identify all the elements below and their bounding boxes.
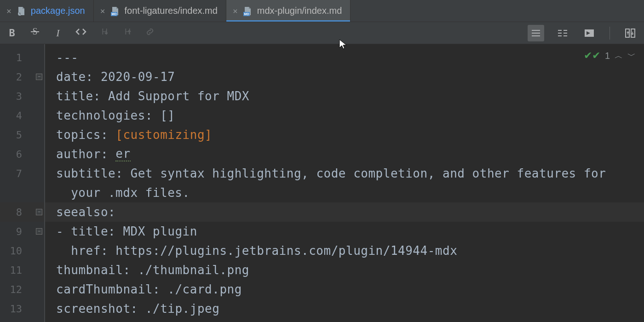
- markdown-file-icon: MD: [242, 6, 253, 16]
- svg-rect-20: [626, 29, 629, 37]
- italic-button[interactable]: I: [52, 27, 64, 39]
- code-line[interactable]: href: https://plugins.jetbrains.com/plug…: [45, 241, 644, 260]
- line-number[interactable]: 4: [0, 106, 44, 125]
- pane-layout-button[interactable]: [622, 25, 638, 41]
- tab-mdx-plugin[interactable]: × MD mdx-plugin/index.md: [226, 0, 351, 22]
- tab-label: mdx-plugin/index.md: [257, 6, 342, 16]
- editor-tabs-bar: × package.json × MD font-ligatures/index…: [0, 0, 644, 22]
- line-gutter: 1 2− 3 4 5 6 7 8− 9− 10 11 12 13: [0, 44, 45, 322]
- code-line[interactable]: author: er: [45, 144, 644, 164]
- line-number[interactable]: 7: [0, 164, 44, 183]
- code-line[interactable]: topics: [customizing]: [45, 125, 644, 144]
- code-line[interactable]: subtitle: Get syntax highlighting, code …: [45, 164, 644, 183]
- line-number[interactable]: 6: [0, 144, 44, 164]
- line-number[interactable]: 1: [0, 48, 44, 67]
- markdown-toolbar: B S I H H: [0, 22, 644, 44]
- checkmark-icon: ✔✔: [584, 50, 600, 62]
- inspection-widget[interactable]: ✔✔ 1 ︿ ﹀: [584, 50, 636, 62]
- line-number[interactable]: [0, 183, 44, 202]
- close-icon[interactable]: ×: [100, 7, 105, 15]
- tab-package-json[interactable]: × package.json: [0, 0, 94, 22]
- code-line[interactable]: screenshot: ./tip.jpeg: [45, 299, 644, 318]
- code-line[interactable]: your .mdx files.: [45, 183, 644, 202]
- svg-text:H: H: [125, 27, 131, 36]
- line-number[interactable]: 3: [0, 86, 44, 106]
- chevron-up-icon[interactable]: ︿: [615, 50, 623, 61]
- fold-marker-icon[interactable]: −: [36, 228, 42, 235]
- line-number[interactable]: 13: [0, 299, 44, 318]
- code-line[interactable]: thumbnail: ./thumbnail.png: [45, 260, 644, 280]
- line-number[interactable]: 11: [0, 260, 44, 280]
- tab-label: font-ligatures/index.md: [125, 6, 218, 16]
- line-number[interactable]: 5: [0, 125, 44, 144]
- json-file-icon: [16, 6, 26, 16]
- markdown-file-icon: MD: [110, 6, 120, 16]
- code-line[interactable]: technologies: []: [45, 106, 644, 125]
- svg-rect-21: [631, 29, 635, 37]
- strikethrough-button[interactable]: S: [29, 27, 41, 39]
- code-line[interactable]: seealso:: [45, 202, 644, 222]
- line-number[interactable]: 10: [0, 241, 44, 260]
- code-line[interactable]: date: 2020-09-17: [45, 67, 644, 86]
- code-line[interactable]: title: Add Support for MDX: [45, 86, 644, 106]
- preview-view-button[interactable]: [581, 25, 598, 41]
- tab-font-ligatures[interactable]: × MD font-ligatures/index.md: [94, 0, 226, 22]
- header-up-button[interactable]: H: [121, 27, 133, 39]
- svg-text:MD: MD: [111, 12, 116, 16]
- editor-body: 1 2− 3 4 5 6 7 8− 9− 10 11 12 13 ✔✔ 1 ︿ …: [0, 44, 644, 322]
- tab-label: package.json: [31, 6, 85, 16]
- toolbar-divider: [610, 27, 610, 40]
- fold-marker-icon[interactable]: −: [36, 209, 42, 215]
- inspection-count: 1: [605, 51, 610, 61]
- code-line[interactable]: - title: MDX plugin: [45, 222, 644, 241]
- header-down-button[interactable]: H: [98, 27, 110, 39]
- close-icon[interactable]: ×: [6, 7, 12, 15]
- line-number[interactable]: 12: [0, 280, 44, 299]
- line-number[interactable]: 9−: [0, 222, 44, 241]
- svg-text:H: H: [102, 27, 108, 36]
- code-button[interactable]: [75, 27, 87, 39]
- editor-only-view-button[interactable]: [528, 25, 544, 41]
- code-line[interactable]: cardThumbnail: ./card.png: [45, 280, 644, 299]
- code-area[interactable]: ✔✔ 1 ︿ ﹀ --- date: 2020-09-17 title: Add…: [45, 44, 644, 322]
- line-number[interactable]: 2−: [0, 67, 44, 86]
- svg-text:MD: MD: [244, 12, 249, 16]
- link-button[interactable]: [144, 27, 156, 39]
- chevron-down-icon[interactable]: ﹀: [627, 50, 636, 61]
- fold-marker-icon[interactable]: −: [36, 74, 42, 80]
- line-number[interactable]: 8−: [0, 202, 44, 222]
- close-icon[interactable]: ×: [233, 7, 238, 15]
- code-line[interactable]: ---: [45, 48, 644, 67]
- split-view-button[interactable]: [554, 25, 571, 41]
- bold-button[interactable]: B: [6, 27, 18, 39]
